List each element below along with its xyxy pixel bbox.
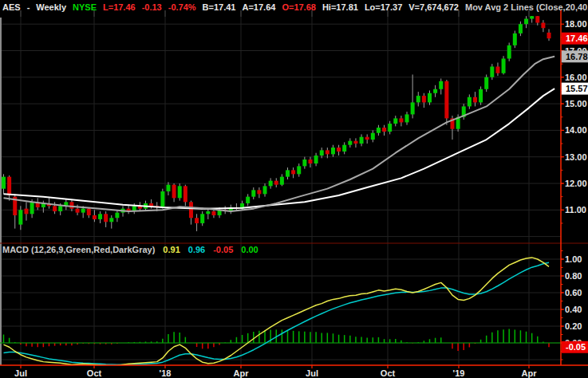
macd-zero-value: 0.00	[241, 245, 258, 254]
candle-down	[382, 128, 386, 132]
candlestick-series	[2, 14, 551, 231]
candle-up	[484, 77, 488, 89]
candle-down	[274, 181, 278, 185]
candle-up	[320, 150, 324, 156]
tick-label: 13.00	[565, 152, 587, 162]
candle-down	[473, 97, 477, 103]
tick-label: '19	[453, 368, 465, 378]
candle-down	[211, 211, 215, 215]
candle-up	[251, 190, 255, 196]
candle-down	[337, 148, 341, 152]
candle-up	[314, 156, 318, 163]
macd-line-value: 0.91	[163, 245, 180, 254]
tick-label: 0.20	[565, 321, 582, 331]
candle-down	[257, 190, 261, 194]
candle-up	[286, 170, 290, 176]
candle-down	[24, 209, 28, 215]
candle-up	[411, 102, 415, 114]
macd-hist-badge-label: -0.05	[566, 342, 586, 352]
price-panel[interactable]	[2, 14, 554, 231]
candle-up	[178, 186, 182, 198]
candle-down	[535, 16, 539, 22]
candle-up	[519, 24, 523, 33]
gridlines	[0, 10, 561, 365]
candle-down	[53, 206, 57, 211]
candle-down	[444, 81, 448, 119]
candle-up	[206, 211, 210, 214]
last-price-badge-label: 17.46	[566, 33, 588, 43]
candle-up	[2, 177, 6, 189]
candle-up	[348, 141, 352, 145]
tick-label: Apr	[234, 368, 250, 378]
candle-up	[30, 202, 34, 214]
candle-up	[58, 206, 62, 211]
tick-label: 0.40	[565, 305, 582, 314]
candle-down	[189, 202, 193, 218]
candle-up	[109, 218, 113, 222]
candle-up	[513, 33, 517, 45]
candle-down	[184, 186, 187, 202]
stock-chart-app: AES-WeeklyNYSEL=17.46-0.13-0.74%B=17.41A…	[0, 0, 588, 378]
candle-up	[331, 148, 335, 154]
candle-down	[541, 23, 545, 29]
tick-label: Oct	[87, 368, 102, 378]
tick-label: Jul	[306, 368, 318, 378]
tick-label: 16.00	[565, 73, 587, 82]
ma40-line	[4, 89, 555, 209]
candle-down	[308, 159, 312, 163]
macd-main-line	[4, 258, 550, 366]
candle-up	[263, 186, 267, 194]
candle-up	[360, 137, 364, 144]
chart-left-edge	[0, 18, 2, 365]
macd-histogram	[4, 329, 550, 351]
tick-label: Oct	[381, 368, 396, 378]
candle-down	[69, 202, 73, 208]
macd-label: MACD (12,26,9,Green,Red,DarkGray)	[2, 245, 155, 254]
candle-down	[399, 118, 403, 122]
candle-up	[393, 118, 397, 124]
macd-panel[interactable]	[0, 258, 561, 366]
candle-down	[422, 96, 426, 102]
candle-up	[160, 191, 164, 207]
candle-up	[490, 66, 494, 77]
candle-up	[439, 81, 443, 89]
candle-up	[530, 16, 534, 18]
ma20-line	[4, 57, 555, 211]
macd-hist-value: -0.05	[213, 245, 233, 254]
candle-up	[18, 210, 22, 224]
candle-up	[502, 58, 506, 73]
candle-up	[302, 159, 306, 166]
candle-down	[365, 137, 369, 140]
candle-up	[388, 124, 392, 132]
candle-up	[433, 89, 437, 93]
tick-label: 12.00	[565, 179, 587, 188]
candle-down	[326, 150, 330, 154]
chart-canvas[interactable]: 18.0017.0016.0015.0014.0013.0012.0011.00…	[0, 0, 588, 378]
candle-up	[166, 185, 170, 191]
candle-up	[377, 128, 381, 133]
candle-up	[371, 133, 375, 140]
tick-label: '18	[160, 368, 172, 378]
candle-down	[87, 209, 91, 215]
macd-header: MACD (12,26,9,Green,Red,DarkGray) 0.91 0…	[2, 244, 258, 254]
candle-up	[280, 177, 284, 185]
candle-up	[428, 93, 432, 103]
candle-down	[291, 170, 295, 174]
macd-signal-value: 0.96	[188, 245, 205, 254]
candle-up	[115, 213, 119, 219]
tick-label: 14.00	[565, 125, 587, 135]
candle-down	[195, 218, 199, 223]
candle-up	[405, 114, 409, 122]
candle-up	[269, 181, 273, 187]
candle-up	[98, 214, 102, 219]
candle-down	[495, 66, 499, 73]
candle-up	[416, 96, 420, 102]
candle-up	[524, 19, 528, 25]
candle-down	[104, 214, 108, 222]
tick-label: Jul	[14, 368, 27, 378]
candle-up	[507, 45, 511, 59]
tick-label: 0.60	[565, 288, 582, 297]
tick-label: 11.00	[565, 205, 586, 215]
tick-label: 1.00	[565, 254, 582, 264]
tick-label: 18.00	[565, 19, 587, 29]
